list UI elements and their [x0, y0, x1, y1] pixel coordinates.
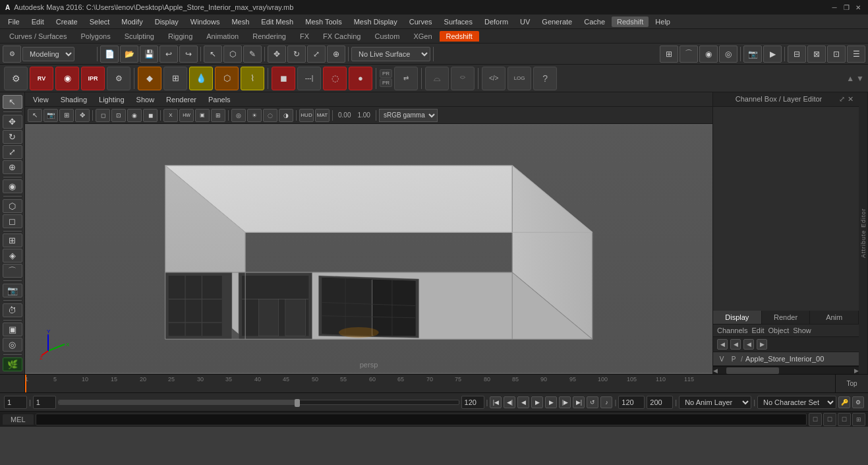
shelf-icon-bowl[interactable]: ⌓: [425, 67, 449, 90]
render-btn[interactable]: 📷: [743, 46, 762, 63]
vp-hud-btn[interactable]: HUD: [299, 109, 314, 122]
vp-aa-btn[interactable]: ▣: [195, 109, 210, 122]
shelf-scroll-down[interactable]: ▼: [856, 74, 864, 83]
menu-edit[interactable]: Edit: [26, 16, 49, 27]
menu-modify[interactable]: Modify: [116, 16, 148, 27]
shelf-tab-polygons[interactable]: Polygons: [74, 31, 117, 42]
settings2-btn[interactable]: ☰: [847, 46, 865, 63]
vp-zoom-btn[interactable]: ⊞: [59, 109, 74, 122]
menu-create[interactable]: Create: [51, 16, 83, 27]
menu-edit-mesh[interactable]: Edit Mesh: [256, 16, 299, 27]
ch-menu-object[interactable]: Object: [768, 326, 789, 334]
range-slider[interactable]: [58, 400, 459, 405]
ch-tab-anim[interactable]: Anim: [810, 311, 859, 324]
channel-box-close-btn[interactable]: ✕: [848, 95, 854, 104]
vp-menu-shading[interactable]: Shading: [55, 94, 92, 105]
layer-scroll-right[interactable]: ▶: [854, 367, 859, 374]
snap-curve-btn[interactable]: ⌒: [680, 46, 698, 63]
live-surface-dropdown[interactable]: No Live Surface: [351, 47, 430, 61]
menu-deform[interactable]: Deform: [479, 16, 513, 27]
script-icon-1[interactable]: ☐: [809, 413, 822, 426]
menu-help[interactable]: Help: [650, 16, 676, 27]
vp-shadow-btn[interactable]: ☀: [247, 109, 262, 122]
play-fwd-btn[interactable]: ▶: [531, 396, 543, 408]
range-end2-input[interactable]: [618, 396, 645, 409]
shelf-icon-poly1[interactable]: ◆: [138, 67, 161, 90]
ch-menu-edit[interactable]: Edit: [751, 326, 764, 334]
shelf-pr-top[interactable]: PR: [380, 69, 392, 78]
menu-cache[interactable]: Cache: [579, 16, 610, 27]
soft-select-btn[interactable]: ◉: [3, 179, 22, 193]
vp-poly-btn[interactable]: ◻: [96, 109, 110, 122]
transform-rotate-btn[interactable]: ↻: [287, 46, 306, 63]
transform-all-btn[interactable]: ⊕: [327, 46, 345, 63]
shelf-tab-custom[interactable]: Custom: [368, 31, 407, 42]
vp-smooth-btn[interactable]: ◉: [127, 109, 142, 122]
menu-uv[interactable]: UV: [515, 16, 535, 27]
layer-scroll-left[interactable]: ◀: [713, 367, 718, 374]
menu-surfaces[interactable]: Surfaces: [439, 16, 478, 27]
shelf-pr-bottom[interactable]: PR: [380, 78, 392, 87]
object-mode-btn[interactable]: ◻: [3, 214, 22, 228]
vp-menu-lighting[interactable]: Lighting: [94, 94, 130, 105]
range-end-input[interactable]: [461, 396, 484, 409]
shelf-icon-log[interactable]: LOG: [507, 67, 531, 90]
ch-tab-display[interactable]: Display: [713, 311, 762, 324]
restore-button[interactable]: ❐: [842, 3, 851, 12]
script-icon-3[interactable]: ☐: [838, 413, 851, 426]
new-scene-btn[interactable]: 📄: [100, 46, 119, 63]
script-grid-btn[interactable]: ⊞: [852, 413, 865, 426]
redo-btn[interactable]: ↪: [179, 46, 198, 63]
isolate-select-btn[interactable]: ◎: [3, 338, 22, 352]
shelf-icon-poly4[interactable]: ⬡: [215, 67, 239, 90]
menu-display[interactable]: Display: [150, 16, 184, 27]
vp-hw-btn[interactable]: HW: [179, 109, 194, 122]
shelf-icon-pr2[interactable]: ⇄: [394, 67, 418, 90]
vp-wire-btn[interactable]: ⊡: [111, 109, 126, 122]
shelf-tab-curves[interactable]: Curves / Surfaces: [3, 31, 73, 42]
vp-menu-panels[interactable]: Panels: [203, 94, 236, 105]
shelf-icon-geo3[interactable]: ◌: [323, 67, 347, 90]
menu-mesh-display[interactable]: Mesh Display: [349, 16, 403, 27]
shelf-icon-geo4[interactable]: ●: [349, 67, 372, 90]
shelf-tab-fx[interactable]: FX: [293, 31, 316, 42]
ch-menu-channels[interactable]: Channels: [717, 326, 747, 334]
mode-dropdown[interactable]: Modeling: [22, 47, 74, 61]
shelf-tab-fxcaching[interactable]: FX Caching: [316, 31, 367, 42]
skip-end-btn[interactable]: ▶|: [573, 396, 585, 408]
menu-select[interactable]: Select: [84, 16, 115, 27]
select-btn[interactable]: ↖: [204, 46, 222, 63]
shelf-scroll-up[interactable]: ▲: [846, 74, 854, 83]
shelf-icon-geo1[interactable]: ◼: [272, 67, 295, 90]
anim-layer-dropdown[interactable]: No Anim Layer: [679, 396, 751, 409]
shelf-icon-poly2[interactable]: ⊞: [163, 67, 187, 90]
shelf-icon-rv[interactable]: RV: [30, 67, 53, 90]
snap-curve-btn[interactable]: ⌒: [3, 264, 22, 278]
vp-flat-btn[interactable]: ◼: [143, 109, 158, 122]
shelf-icon-poly5[interactable]: ⌇: [241, 67, 264, 90]
layer-row[interactable]: V P / Apple_Store_Interior_00: [713, 352, 859, 366]
audio-btn[interactable]: ♪: [600, 396, 612, 408]
camera-btn[interactable]: 📷: [3, 284, 22, 297]
render-region-btn[interactable]: ▣: [3, 323, 22, 336]
transform-scale-btn[interactable]: ⤢: [307, 46, 326, 63]
shelf-icon-options[interactable]: ⚙: [107, 67, 130, 90]
shelf-icon-code[interactable]: </>: [482, 67, 506, 90]
range-thumb[interactable]: [295, 399, 300, 407]
skip-start-btn[interactable]: |◀: [490, 396, 502, 408]
shelf-icon-ipr[interactable]: IPR: [81, 67, 105, 90]
shelf-icon-render[interactable]: ◉: [55, 67, 79, 90]
vp-grid-btn[interactable]: ⊞: [211, 109, 225, 122]
ch-menu-show[interactable]: Show: [793, 326, 811, 334]
layer-prev-btn[interactable]: ◀: [717, 339, 728, 350]
vp-select-btn[interactable]: ↖: [28, 109, 42, 122]
ui-layout2-btn[interactable]: ⊠: [807, 46, 826, 63]
universal-tool-btn[interactable]: ⊕: [3, 160, 22, 174]
viewport-3d[interactable]: X Y Z persp: [25, 124, 712, 374]
rotate-tool-btn[interactable]: ↻: [3, 130, 22, 144]
playback-start-input[interactable]: [33, 396, 56, 409]
range-max-input[interactable]: [647, 396, 673, 409]
move-tool-btn[interactable]: ✥: [3, 115, 22, 129]
snap-grid-btn[interactable]: ⊞: [3, 233, 22, 247]
script-icon-2[interactable]: ☐: [823, 413, 836, 426]
